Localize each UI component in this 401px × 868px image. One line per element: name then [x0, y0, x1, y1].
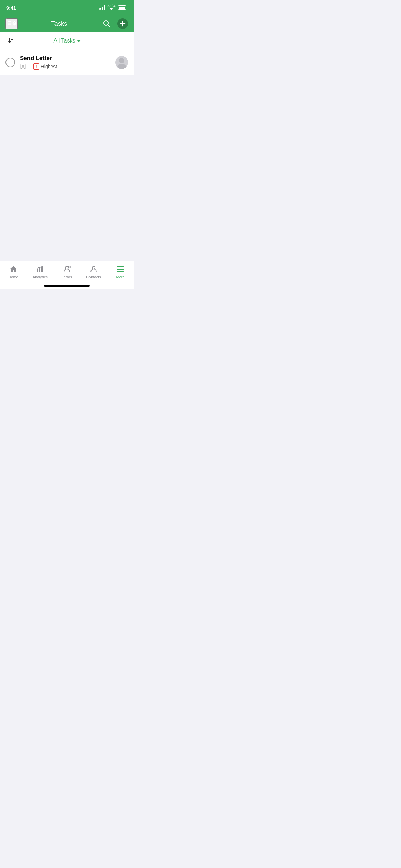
nav-item-home[interactable]: Home [0, 265, 27, 279]
more-icon [116, 265, 125, 274]
svg-rect-24 [39, 268, 40, 272]
svg-point-28 [92, 266, 95, 269]
menu-settings-button[interactable] [5, 18, 18, 29]
priority-label: Highest [41, 64, 57, 69]
add-task-button[interactable] [117, 18, 128, 29]
contacts-icon [89, 265, 98, 274]
nav-label-home: Home [8, 275, 18, 279]
battery-icon [118, 5, 127, 10]
search-icon [102, 19, 110, 27]
task-list: Send Letter - ! Highest [0, 49, 134, 75]
svg-point-20 [22, 65, 24, 67]
svg-line-11 [15, 22, 16, 22]
status-bar: 9:41 [0, 0, 134, 15]
search-button[interactable] [101, 18, 112, 30]
content-area: All Tasks Send Letter - ! Hig [0, 32, 134, 289]
all-tasks-filter[interactable]: All Tasks [54, 38, 81, 44]
sort-button[interactable] [6, 36, 16, 46]
page-title: Tasks [51, 20, 67, 27]
leads-icon [62, 265, 71, 274]
nav-item-leads[interactable]: Leads [53, 265, 80, 279]
empty-state [0, 75, 134, 289]
task-separator: - [29, 64, 31, 69]
svg-line-10 [15, 24, 16, 25]
status-icons [99, 3, 127, 12]
avatar-person-icon [115, 56, 128, 69]
priority-icon: ! [33, 63, 39, 70]
svg-point-27 [68, 266, 70, 268]
svg-line-14 [108, 25, 110, 27]
all-tasks-label: All Tasks [54, 38, 75, 44]
task-complete-checkbox[interactable] [5, 58, 15, 67]
svg-point-21 [119, 58, 124, 63]
nav-label-more: More [116, 275, 124, 279]
task-title: Send Letter [20, 55, 110, 62]
wifi-icon [107, 3, 116, 12]
header: Tasks [0, 15, 134, 32]
nav-label-analytics: Analytics [33, 275, 48, 279]
priority-badge: ! Highest [33, 63, 57, 70]
home-icon [9, 265, 18, 274]
nav-label-leads: Leads [62, 275, 72, 279]
filter-bar: All Tasks [0, 32, 134, 49]
header-actions [101, 18, 128, 30]
nav-item-analytics[interactable]: Analytics [27, 265, 53, 279]
status-time: 9:41 [6, 5, 16, 11]
nav-label-contacts: Contacts [86, 275, 101, 279]
menu-gear-icon [8, 19, 17, 28]
nav-item-contacts[interactable]: Contacts [80, 265, 107, 279]
sort-icon [8, 37, 15, 45]
svg-point-22 [117, 64, 126, 69]
svg-rect-23 [37, 269, 38, 272]
nav-item-more[interactable]: More [107, 265, 134, 279]
signal-icon [99, 5, 105, 10]
svg-point-26 [65, 266, 68, 269]
svg-line-12 [13, 24, 13, 25]
task-meta: - ! Highest [20, 63, 110, 70]
analytics-icon [36, 265, 45, 274]
chevron-down-icon [77, 40, 81, 42]
home-indicator [44, 285, 90, 287]
svg-point-4 [14, 23, 15, 24]
avatar [115, 56, 128, 69]
svg-line-9 [13, 22, 13, 22]
table-row[interactable]: Send Letter - ! Highest [0, 49, 134, 75]
task-content: Send Letter - ! Highest [20, 55, 110, 70]
plus-icon [119, 20, 126, 27]
contact-icon [20, 63, 26, 70]
